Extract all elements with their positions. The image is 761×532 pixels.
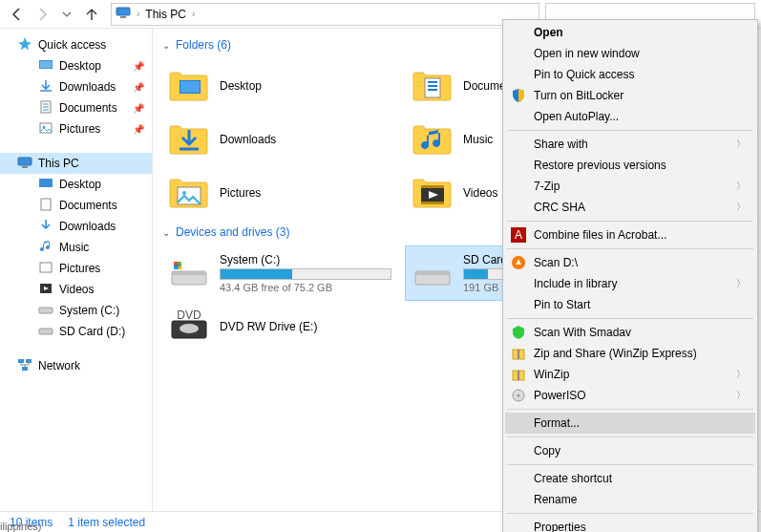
context-menu-item[interactable]: Zip and Share (WinZip Express) (505, 343, 755, 364)
context-menu-label: Zip and Share (WinZip Express) (534, 347, 697, 360)
sidebar-item-quick-access[interactable]: Quick access (0, 34, 152, 55)
context-menu-separator (507, 464, 753, 465)
nav-forward-button[interactable] (31, 3, 53, 26)
context-menu-item[interactable]: Open AutoPlay... (505, 106, 755, 127)
sidebar-item-desktop[interactable]: Desktop (0, 174, 152, 195)
sidebar-item-pictures[interactable]: Pictures 📌 (0, 118, 152, 139)
svg-rect-3 (40, 61, 52, 68)
folder-icon (412, 174, 454, 212)
context-menu-label: Share with (534, 138, 588, 151)
folder-item-downloads[interactable]: Downloads (162, 113, 406, 166)
sidebar-item-music[interactable]: Music (0, 237, 152, 258)
drive-item[interactable]: System (C:)43.4 GB free of 75.2 GB (162, 246, 406, 300)
svg-rect-19 (26, 359, 32, 363)
context-menu-item[interactable]: PowerISO〉 (505, 385, 755, 406)
context-menu-item[interactable]: Scan With Smadav (505, 322, 755, 343)
folder-label: Desktop (220, 79, 400, 93)
context-menu-item[interactable]: Pin to Quick access (505, 64, 755, 85)
desktop-icon (38, 176, 53, 194)
context-menu-label: Format... (534, 416, 580, 430)
context-menu-label: Turn on BitLocker (534, 89, 624, 102)
sidebar-item-downloads[interactable]: Downloads (0, 216, 152, 237)
context-menu-item[interactable]: Properties (505, 517, 755, 532)
context-menu-item[interactable]: Pin to Start (505, 294, 755, 315)
nav-recent-dropdown[interactable] (55, 3, 78, 26)
context-menu-label: Open (534, 26, 563, 39)
sidebar-item-desktop[interactable]: Desktop 📌 (0, 55, 152, 76)
sidebar-item-system-c[interactable]: System (C:) (0, 300, 152, 321)
sidebar-item-pictures[interactable]: Pictures (0, 258, 152, 279)
svg-point-28 (182, 191, 186, 195)
sidebar-item-downloads[interactable]: Downloads 📌 (0, 76, 152, 97)
sidebar-item-sd-card-d[interactable]: SD Card (D:) (0, 321, 152, 342)
pin-icon: 📌 (133, 82, 144, 93)
svg-rect-10 (18, 158, 32, 165)
svg-rect-20 (22, 367, 28, 371)
svg-rect-18 (18, 359, 24, 363)
context-menu-separator (507, 513, 753, 514)
context-menu-label: Open AutoPlay... (534, 110, 619, 123)
svg-rect-30 (421, 185, 444, 188)
music-icon (38, 239, 53, 257)
context-menu-label: Pin to Start (534, 298, 590, 311)
context-menu-item[interactable]: Open (505, 22, 755, 43)
context-menu-item[interactable]: Copy (505, 440, 755, 461)
context-menu-item[interactable]: Rename (505, 489, 755, 510)
drive-item[interactable]: DVDDVD RW Drive (E:) (162, 300, 406, 353)
folder-item-desktop[interactable]: Desktop (162, 59, 406, 113)
context-menu-item[interactable]: 7-Zip〉 (505, 176, 755, 197)
drive-icon (168, 254, 210, 292)
svg-rect-1 (120, 16, 126, 18)
context-menu-separator (507, 318, 753, 319)
context-menu-item[interactable]: Format... (505, 413, 755, 434)
chevron-down-icon: ⌄ (162, 227, 170, 238)
context-menu-item[interactable]: Include in library〉 (505, 273, 755, 294)
breadcrumb[interactable]: › This PC › (111, 3, 539, 26)
chevron-right-icon: › (137, 9, 139, 19)
documents-icon (38, 197, 53, 215)
svg-rect-16 (39, 308, 53, 313)
breadcrumb-label: This PC (145, 8, 186, 21)
sidebar-item-documents[interactable]: Documents (0, 195, 152, 216)
smadav-icon (511, 325, 526, 340)
drive-free-space: 43.4 GB free of 75.2 GB (220, 282, 400, 293)
capacity-bar (220, 268, 391, 280)
chevron-right-icon: 〉 (736, 201, 746, 214)
desktop-icon (38, 57, 53, 75)
context-menu-item[interactable]: WinZip〉 (505, 364, 755, 385)
drive-icon (38, 323, 53, 341)
svg-rect-17 (39, 329, 53, 334)
context-menu-item[interactable]: Share with〉 (505, 134, 755, 155)
context-menu-label: WinZip (534, 368, 569, 381)
context-menu-label: 7-Zip (534, 180, 560, 193)
chevron-right-icon: 〉 (736, 277, 746, 290)
context-menu-item[interactable]: Create shortcut (505, 468, 755, 489)
folder-icon (412, 120, 454, 159)
drive-icon (38, 302, 53, 320)
sidebar-item-videos[interactable]: Videos (0, 279, 152, 300)
folder-item-pictures[interactable]: Pictures (162, 166, 406, 220)
context-menu-separator (507, 130, 753, 131)
sidebar-item-network[interactable]: Network (0, 355, 152, 376)
context-menu-item[interactable]: Turn on BitLocker (505, 85, 755, 106)
context-menu-item[interactable]: CRC SHA〉 (505, 197, 755, 218)
avast-icon (511, 255, 526, 270)
context-menu: OpenOpen in new windowPin to Quick acces… (502, 19, 758, 532)
sidebar-item-this-pc[interactable]: This PC (0, 153, 152, 174)
context-menu-item[interactable]: Restore previous versions (505, 155, 755, 176)
nav-up-button[interactable] (80, 3, 103, 26)
downloads-icon (38, 218, 53, 236)
context-menu-item[interactable]: ACombine files in Acrobat... (505, 224, 755, 245)
chevron-right-icon: 〉 (736, 180, 746, 193)
nav-back-button[interactable] (6, 3, 29, 26)
svg-rect-8 (40, 123, 52, 133)
svg-rect-38 (179, 266, 182, 270)
svg-text:DVD: DVD (177, 309, 201, 322)
context-menu-item[interactable]: Scan D:\ (505, 252, 755, 273)
sidebar-item-documents[interactable]: Documents 📌 (0, 97, 152, 118)
context-menu-label: Copy (534, 444, 560, 458)
context-menu-label: Scan D:\ (534, 256, 578, 269)
navigation-pane: Quick access Desktop 📌 Downloads 📌 Docum… (0, 29, 153, 511)
star-icon (17, 36, 32, 54)
context-menu-item[interactable]: Open in new window (505, 43, 755, 64)
